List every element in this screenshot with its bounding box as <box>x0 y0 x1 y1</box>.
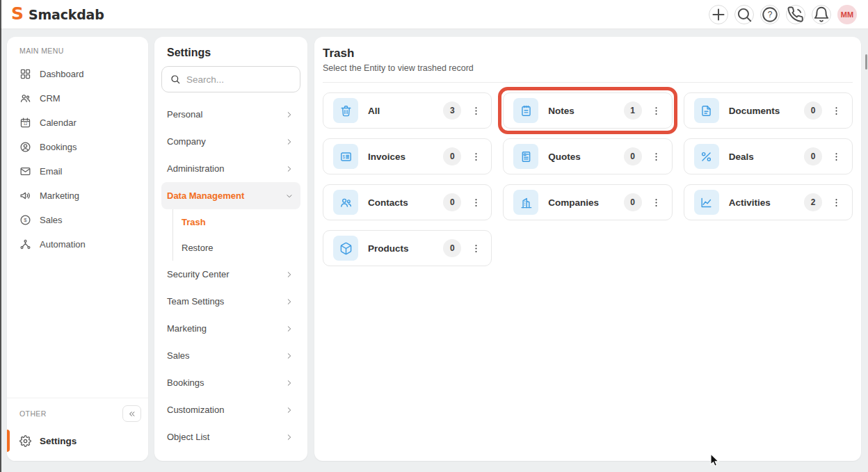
count-badge: 0 <box>804 147 822 165</box>
entity-card[interactable]: Contacts 0 <box>323 184 492 220</box>
megaphone-icon <box>19 190 31 202</box>
entity-card[interactable]: Quotes 0 <box>503 138 672 174</box>
entity-card[interactable]: Companies 0 <box>503 184 672 220</box>
settings-nav-list: Personal Company Administration Data Man… <box>161 101 300 461</box>
create-button[interactable] <box>709 5 728 24</box>
kebab-menu-icon[interactable] <box>651 196 662 209</box>
kebab-menu-icon[interactable] <box>651 150 662 163</box>
window-scrollbar-thumb[interactable] <box>865 54 867 70</box>
building-icon <box>513 190 538 215</box>
chevron-right-icon <box>285 433 294 441</box>
calls-button[interactable] <box>786 5 805 24</box>
gear-icon <box>19 435 31 447</box>
data-management-children: Trash Restore <box>172 209 300 261</box>
brand-logo[interactable]: S Smackdab <box>11 7 104 22</box>
notifications-button[interactable] <box>812 5 831 24</box>
sidebar-collapse-button[interactable] <box>122 405 141 422</box>
settings-item-marketing[interactable]: Marketing <box>161 315 300 342</box>
user-avatar[interactable]: MM <box>837 5 857 24</box>
svg-text:12: 12 <box>24 122 28 126</box>
settings-item-data-management[interactable]: Data Management <box>161 182 300 209</box>
svg-text:$: $ <box>24 217 27 223</box>
kebab-menu-icon[interactable] <box>831 104 842 117</box>
note-icon <box>513 98 538 123</box>
settings-subitem-trash[interactable]: Trash <box>182 209 300 235</box>
sidebar-item-settings[interactable]: Settings <box>7 428 148 454</box>
search-icon <box>170 74 181 85</box>
settings-item-administration[interactable]: Administration <box>161 155 300 182</box>
settings-item-bookings[interactable]: Bookings <box>161 369 300 396</box>
sidebar-item-label: Marketing <box>40 190 79 201</box>
sidebar-item-email[interactable]: Email <box>7 159 148 184</box>
settings-item-team-settings[interactable]: Team Settings <box>161 288 300 315</box>
sidebar-item-label: Sales <box>40 215 63 225</box>
sidebar-item-bookings[interactable]: Bookings <box>7 135 148 159</box>
settings-panel-title: Settings <box>161 47 300 59</box>
kebab-menu-icon[interactable] <box>831 196 842 209</box>
phone-icon <box>787 6 805 24</box>
smackdab-logo-icon: S <box>11 6 24 22</box>
help-button[interactable]: ? <box>760 5 780 24</box>
brand-name: Smackdab <box>29 7 104 22</box>
chevron-right-icon <box>285 325 294 333</box>
count-badge: 0 <box>624 147 642 165</box>
chevron-right-icon <box>285 379 294 387</box>
sidebar-item-sales[interactable]: $Sales <box>7 208 148 232</box>
main-menu-list: Dashboard CRM 12Calendar Bookings Email … <box>7 62 148 257</box>
settings-item-import-data[interactable]: Import Data <box>161 450 300 461</box>
sidebar-item-dashboard[interactable]: Dashboard <box>7 62 148 86</box>
users-icon <box>19 92 31 104</box>
svg-text:?: ? <box>768 10 773 19</box>
mail-icon <box>19 165 31 177</box>
sidebar-item-automation[interactable]: Automation <box>7 232 148 257</box>
topbar-actions: ? MM <box>709 5 857 24</box>
sidebar-item-marketing[interactable]: Marketing <box>7 184 148 208</box>
kebab-menu-icon[interactable] <box>470 196 481 209</box>
settings-item-company[interactable]: Company <box>161 128 300 155</box>
chevron-right-icon <box>285 138 294 146</box>
chevron-right-icon <box>285 460 294 462</box>
chevron-right-icon <box>285 352 294 360</box>
search-icon <box>735 6 753 24</box>
settings-item-customization[interactable]: Customization <box>161 396 300 423</box>
svg-text:$: $ <box>342 154 345 159</box>
main-sidebar: MAIN MENU Dashboard CRM 12Calendar Booki… <box>7 37 148 461</box>
kebab-menu-icon[interactable] <box>651 104 662 117</box>
sidebar-item-label: CRM <box>40 93 61 104</box>
kebab-menu-icon[interactable] <box>831 150 842 163</box>
dashboard-grid-icon <box>19 68 31 80</box>
kebab-menu-icon[interactable] <box>470 242 481 254</box>
chevrons-left-icon <box>127 409 136 418</box>
sidebar-item-crm[interactable]: CRM <box>7 86 148 111</box>
settings-item-sales[interactable]: Sales <box>161 342 300 369</box>
top-bar: S Smackdab ? MM <box>0 0 868 29</box>
divider <box>323 82 853 83</box>
chevron-right-icon <box>285 111 294 119</box>
settings-search-input[interactable] <box>186 74 292 85</box>
entity-card[interactable]: Documents 0 <box>684 92 853 129</box>
sidebar-item-calendar[interactable]: 12Calendar <box>7 111 148 135</box>
kebab-menu-icon[interactable] <box>470 150 481 163</box>
settings-subitem-restore[interactable]: Restore <box>182 235 300 261</box>
entity-card[interactable]: Activities 2 <box>684 184 853 220</box>
global-search-button[interactable] <box>734 5 754 24</box>
sidebar-item-label: Dashboard <box>40 69 84 79</box>
settings-search-box[interactable] <box>161 66 300 92</box>
settings-item-security-center[interactable]: Security Center <box>161 261 300 288</box>
chevron-right-icon <box>285 270 294 279</box>
sidebar-item-label: Automation <box>40 239 86 250</box>
entity-card[interactable]: $ Invoices 0 <box>323 138 492 174</box>
settings-item-personal[interactable]: Personal <box>161 101 300 128</box>
chevron-right-icon <box>285 165 294 173</box>
page-subtitle: Select the Entity to view trashed record <box>323 63 853 73</box>
chevron-down-icon <box>285 192 294 200</box>
entity-card[interactable]: Notes 1 <box>503 92 672 129</box>
settings-item-object-list[interactable]: Object List <box>161 423 300 450</box>
sidebar-bottom-section: OTHER Settings <box>7 398 148 461</box>
entity-card[interactable]: Products 0 <box>323 230 492 266</box>
kebab-menu-icon[interactable] <box>470 104 481 117</box>
entity-card[interactable]: All 3 <box>323 92 492 129</box>
chart-line-icon <box>694 190 719 215</box>
entity-card[interactable]: Deals 0 <box>684 138 853 174</box>
chevron-right-icon <box>285 406 294 414</box>
